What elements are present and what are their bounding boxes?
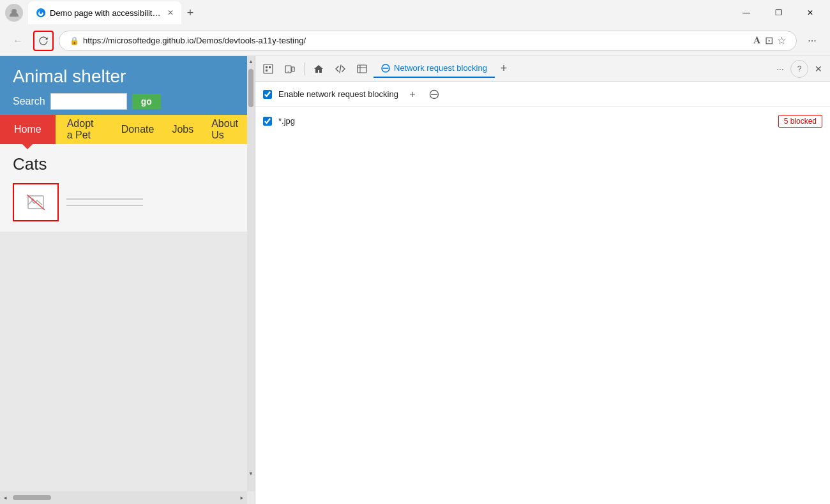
tab-label: Network request blocking [394, 63, 487, 73]
devtools-close-button[interactable]: ✕ [810, 60, 827, 78]
cats-title: Cats [13, 154, 234, 174]
home-panel-button[interactable] [308, 59, 329, 79]
favorites-icon[interactable]: ☆ [777, 34, 786, 47]
enable-blocking-label: Enable network request blocking [278, 89, 398, 99]
scroll-left-arrow[interactable]: ◄ [0, 491, 10, 504]
nrb-header: Enable network request blocking + [255, 82, 830, 107]
nav-jobs-button[interactable]: Jobs [163, 115, 202, 144]
add-tab-button[interactable]: + [495, 60, 513, 78]
horizontal-scrollbar[interactable]: ◄ ► [0, 491, 247, 504]
devtools-tabs: Network request blocking + [374, 60, 770, 78]
request-list: *.jpg 5 blocked [255, 107, 830, 504]
nav-menu: Home Adopt a Pet Donate Jobs About Us [0, 115, 247, 144]
scroll-right-arrow[interactable]: ► [237, 491, 247, 504]
address-bar-icons: 𝐀 ⊡ ☆ [753, 34, 786, 47]
maximize-button[interactable]: ❐ [764, 3, 793, 23]
inspect-element-button[interactable] [258, 59, 278, 79]
svg-rect-5 [264, 64, 273, 73]
read-aloud-icon[interactable]: 𝐀 [753, 34, 761, 47]
minimize-button[interactable]: — [732, 3, 761, 23]
search-input[interactable] [50, 93, 127, 110]
enable-blocking-checkbox[interactable] [263, 90, 272, 99]
cat-description-lines [66, 198, 143, 206]
nav-home-button[interactable]: Home [0, 115, 56, 144]
svg-point-8 [288, 71, 289, 72]
scroll-thumb[interactable] [248, 69, 253, 107]
broken-image-icon [27, 195, 45, 210]
lock-icon: 🔒 [70, 36, 79, 45]
back-button[interactable]: ← [8, 31, 28, 51]
shelter-title: Animal shelter [13, 66, 234, 87]
search-label: Search [13, 96, 45, 107]
new-tab-button[interactable]: + [181, 4, 199, 22]
search-row: Search go [13, 93, 234, 110]
code-button[interactable] [330, 59, 351, 79]
tab-title: Demo page with accessibility issu [50, 8, 163, 18]
shelter-header: Animal shelter Search go [0, 56, 247, 115]
svg-rect-9 [358, 65, 366, 73]
page-content: Animal shelter Search go Home Adopt a Pe… [0, 56, 255, 504]
tab-bar: Demo page with accessibility issu ✕ + [28, 1, 727, 24]
address-input[interactable]: 🔒 https://microsoftedge.github.io/Demos/… [59, 31, 797, 51]
toolbar-separator-1 [304, 63, 305, 75]
scroll-up-arrow[interactable]: ▲ [247, 56, 255, 66]
tab-network-request-blocking[interactable]: Network request blocking [374, 60, 495, 78]
split-screen-icon[interactable]: ⊡ [765, 34, 773, 47]
devtools-content: Enable network request blocking + *.jpg … [255, 82, 830, 504]
svg-rect-7 [292, 67, 294, 71]
reload-button[interactable] [33, 31, 54, 51]
browser-page: Animal shelter Search go Home Adopt a Pe… [0, 56, 255, 504]
close-button[interactable]: ✕ [796, 3, 825, 23]
profile-avatar[interactable] [5, 4, 23, 22]
clear-patterns-button[interactable] [426, 87, 442, 102]
nav-donate-button[interactable]: Donate [112, 115, 163, 144]
request-item: *.jpg 5 blocked [255, 112, 830, 130]
network-panel-button[interactable] [352, 59, 372, 79]
scroll-thumb-h[interactable] [13, 495, 51, 500]
more-tools-button[interactable]: ··· [802, 31, 822, 51]
go-button[interactable]: go [132, 94, 161, 109]
nav-about-button[interactable]: About Us [202, 115, 247, 144]
vertical-scrollbar[interactable]: ▲ ▼ [247, 56, 255, 491]
device-emulation-button[interactable] [280, 59, 300, 79]
no-entry-icon [381, 64, 390, 73]
help-button[interactable]: ? [790, 60, 808, 78]
more-tabs-button[interactable]: ··· [771, 60, 789, 78]
nav-adopt-button[interactable]: Adopt a Pet [56, 115, 112, 144]
address-bar: ← 🔒 https://microsoftedge.github.io/Demo… [0, 26, 830, 56]
page-body: Cats [0, 144, 247, 232]
devtools-panel: Network request blocking + ··· ? ✕ Enabl… [255, 56, 830, 504]
active-tab[interactable]: Demo page with accessibility issu ✕ [28, 1, 181, 24]
scroll-down-arrow[interactable]: ▼ [247, 468, 255, 478]
request-pattern-text: *.jpg [278, 116, 295, 126]
broken-image [13, 183, 59, 221]
tab-close-button[interactable]: ✕ [167, 8, 174, 17]
title-bar: Demo page with accessibility issu ✕ + — … [0, 0, 830, 26]
blocked-badge: 5 blocked [778, 115, 822, 128]
add-pattern-button[interactable]: + [405, 87, 420, 102]
cat-listing-row [13, 183, 234, 221]
url-text: https://microsoftedge.github.io/Demos/de… [83, 36, 306, 45]
devtools-toolbar: Network request blocking + ··· ? ✕ [255, 56, 830, 82]
main-content: Animal shelter Search go Home Adopt a Pe… [0, 56, 830, 504]
edge-favicon [36, 8, 46, 18]
request-pattern-checkbox[interactable] [263, 117, 272, 126]
window-controls: — ❐ ✕ [732, 3, 825, 23]
